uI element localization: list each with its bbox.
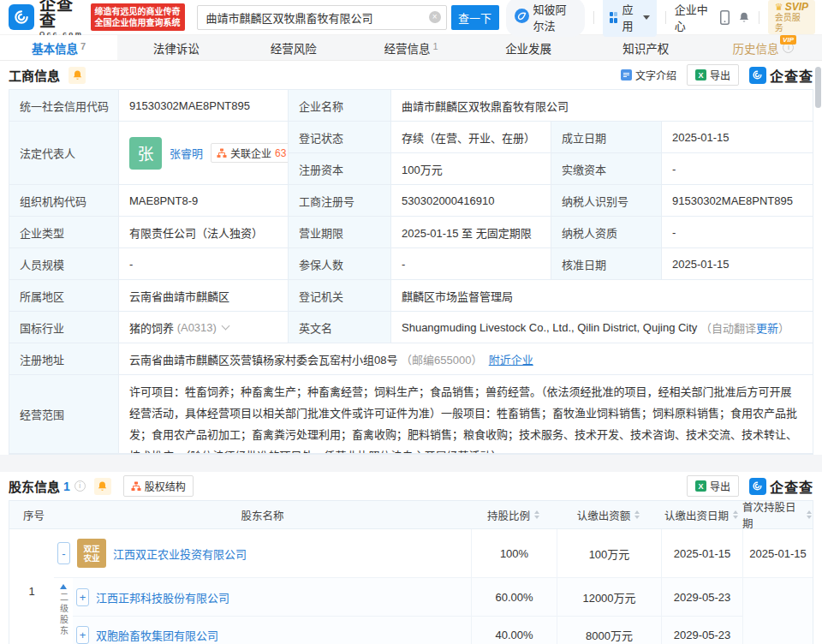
tab-label: 法律诉讼 bbox=[153, 39, 200, 57]
tab-company-development[interactable]: 企业发展 bbox=[470, 35, 587, 60]
first-hold-date-value: 2025-01-15 bbox=[742, 529, 813, 577]
equity-structure-button[interactable]: 股权结构 bbox=[123, 475, 194, 497]
company-name-value: 曲靖市麒麟区双牧鼎畜牧有限公司 bbox=[391, 90, 813, 122]
shareholder-link[interactable]: 江西正邦科技股份有限公司 bbox=[96, 589, 229, 605]
qcc-logo[interactable]: 企查查 Qcc.com bbox=[9, 0, 84, 38]
business-term-label: 营业期限 bbox=[289, 217, 391, 248]
monitor-bell-icon[interactable] bbox=[68, 67, 86, 84]
paid-capital-label: 实缴资本 bbox=[551, 153, 662, 185]
search-box: × bbox=[197, 5, 447, 30]
info-icon[interactable]: i bbox=[74, 480, 86, 492]
text-intro-button[interactable]: 文字介绍 bbox=[621, 68, 676, 82]
business-info-table: 统一社会信用代码 91530302MAE8PNT895 企业名称 曲靖市麒麟区双… bbox=[9, 89, 813, 455]
staff-size-value: - bbox=[119, 248, 289, 280]
business-scope-label: 经营范围 bbox=[9, 375, 119, 454]
shareholder-link[interactable]: 江西双正农业投资有限公司 bbox=[113, 546, 247, 562]
avatar[interactable]: 张 bbox=[129, 137, 162, 170]
credit-code-value: 91530302MAE8PNT895 bbox=[119, 90, 289, 122]
reg-number-value: 530302000416910 bbox=[391, 185, 551, 217]
chevron-down-icon[interactable] bbox=[221, 321, 229, 330]
second-level-strip: 二级股东 bbox=[54, 578, 73, 644]
expand-button[interactable]: + bbox=[76, 626, 89, 644]
tab-intellectual-property[interactable]: 知识产权 bbox=[587, 35, 705, 60]
export-button[interactable]: X 导出 bbox=[687, 475, 739, 497]
industry-cell: 猪的饲养 (A0313) bbox=[119, 312, 289, 343]
ratio-value: 40.00% bbox=[471, 617, 557, 644]
tab-label: 企业发展 bbox=[505, 39, 551, 57]
shareholders-table: 序号 股东名称 持股比例 认缴出资额 认缴出资日期 首次持股日期 1 - bbox=[9, 500, 813, 644]
search-input[interactable] bbox=[198, 11, 446, 24]
reg-status-value: 存续（在营、开业、在册） bbox=[391, 122, 551, 153]
svip-member-link[interactable]: ♛SVIP 会员服务 bbox=[768, 0, 815, 34]
sort-icon[interactable] bbox=[806, 510, 813, 519]
subscribe-date-value: 2029-05-23 bbox=[661, 578, 742, 616]
apps-menu[interactable]: 应用 bbox=[603, 0, 657, 37]
staff-size-label: 人员规模 bbox=[9, 248, 119, 280]
tab-operation-info[interactable]: 经营信息 1 bbox=[352, 35, 469, 60]
header-amount: 认缴出资额 bbox=[557, 507, 661, 523]
subscribe-date-value: 2029-05-23 bbox=[661, 617, 742, 644]
tab-label: 历史信息 bbox=[732, 39, 778, 57]
shareholders-count: 1 bbox=[63, 480, 70, 493]
scrollbar-thumb[interactable] bbox=[815, 67, 821, 108]
second-level-group: 二级股东 + 江西正邦科技股份有限公司 60.00% 12000万元 2029-… bbox=[54, 577, 813, 644]
mobile-app-icon[interactable] bbox=[720, 10, 730, 25]
org-chart-icon bbox=[217, 148, 227, 158]
qcc-logo-icon bbox=[749, 67, 766, 84]
business-scope-value: 许可项目：牲畜饲养；种畜禽生产；种畜禽经营；饲料生产；食品销售；兽药经营。（依法… bbox=[119, 375, 813, 454]
expand-button[interactable]: + bbox=[76, 588, 89, 606]
tab-operation-risk[interactable]: 经营风险 bbox=[235, 35, 352, 60]
notifications-bell-icon[interactable] bbox=[738, 11, 750, 24]
svip-subtitle: 会员服务 bbox=[775, 13, 808, 33]
divider bbox=[665, 11, 666, 24]
monitor-bell-icon[interactable] bbox=[94, 478, 111, 495]
collapse-button[interactable]: - bbox=[57, 542, 70, 564]
authority-label: 登记机关 bbox=[289, 280, 391, 312]
legal-rep-link[interactable]: 张睿明 bbox=[170, 145, 203, 161]
tab-label: 经营信息 bbox=[384, 39, 430, 57]
org-chart-icon bbox=[131, 481, 141, 492]
alpha-icon bbox=[515, 9, 529, 26]
region-value: 云南省曲靖市麒麟区 bbox=[119, 280, 289, 312]
collapse-triangle-icon[interactable] bbox=[60, 584, 67, 589]
nearby-companies-link[interactable]: 附近企业 bbox=[489, 351, 533, 367]
crown-icon: ♛ bbox=[775, 2, 783, 13]
tab-legal-litigation[interactable]: 法律诉讼 bbox=[117, 35, 235, 60]
taxpayer-quality-label: 纳税人资质 bbox=[551, 217, 662, 248]
shareholder-link[interactable]: 双胞胎畜牧集团有限公司 bbox=[96, 627, 218, 643]
tab-label: 经营风险 bbox=[271, 39, 317, 57]
shareholder-row: 1 - 双正农业 江西双正农业投资有限公司 100% 100万元 2025-01… bbox=[9, 529, 813, 644]
amount-value: 100万元 bbox=[557, 529, 661, 577]
header-seq: 序号 bbox=[9, 507, 54, 523]
export-button[interactable]: X 导出 bbox=[687, 64, 739, 86]
translate-update-link[interactable]: 更新 bbox=[756, 319, 778, 336]
tab-basic-info[interactable]: 基本信息 7 bbox=[0, 35, 117, 60]
approval-date-label: 核准日期 bbox=[551, 248, 662, 280]
industry-label: 国标行业 bbox=[9, 312, 119, 343]
tab-count: 1 bbox=[432, 41, 438, 51]
translate-note: （自动翻译 bbox=[700, 319, 756, 336]
tab-count: 7 bbox=[80, 41, 86, 51]
related-companies-badge[interactable]: 关联企业 63 bbox=[211, 143, 289, 163]
sort-icon[interactable] bbox=[533, 510, 540, 519]
shareholder-subrow: - 双正农业 江西双正农业投资有限公司 100% 100万元 2025-01-1… bbox=[54, 529, 813, 577]
qcc-watermark: 企查查 bbox=[749, 65, 813, 86]
zhibi-alpha-link[interactable]: 知彼阿尔法 bbox=[506, 0, 585, 37]
establish-date-value: 2025-01-15 bbox=[662, 122, 813, 153]
shareholders-table-header: 序号 股东名称 持股比例 认缴出资额 认缴出资日期 首次持股日期 bbox=[9, 501, 813, 529]
header-shareholder-name: 股东名称 bbox=[54, 507, 471, 523]
approval-date-value: 2025-01-15 bbox=[662, 248, 813, 280]
enterprise-center-link[interactable]: 企业中心 bbox=[675, 1, 712, 33]
sort-icon[interactable] bbox=[634, 510, 640, 519]
search-button[interactable]: 查一下 bbox=[451, 5, 499, 30]
avatar[interactable]: 双正农业 bbox=[77, 539, 106, 568]
shareholders-title: 股东信息 bbox=[9, 477, 60, 495]
tab-history-info[interactable]: VIP 历史信息 i bbox=[705, 35, 822, 60]
biz-section-head: 工商信息 文字介绍 X 导出 企查查 bbox=[9, 61, 813, 89]
doc-icon bbox=[621, 69, 632, 80]
sort-icon[interactable] bbox=[732, 510, 739, 519]
clear-search-icon[interactable]: × bbox=[429, 11, 441, 23]
taxpayer-id-value: 91530302MAE8PNT895 bbox=[662, 185, 813, 217]
vip-badge: VIP bbox=[780, 35, 796, 45]
header-subscribe-date: 认缴出资日期 bbox=[661, 507, 742, 523]
